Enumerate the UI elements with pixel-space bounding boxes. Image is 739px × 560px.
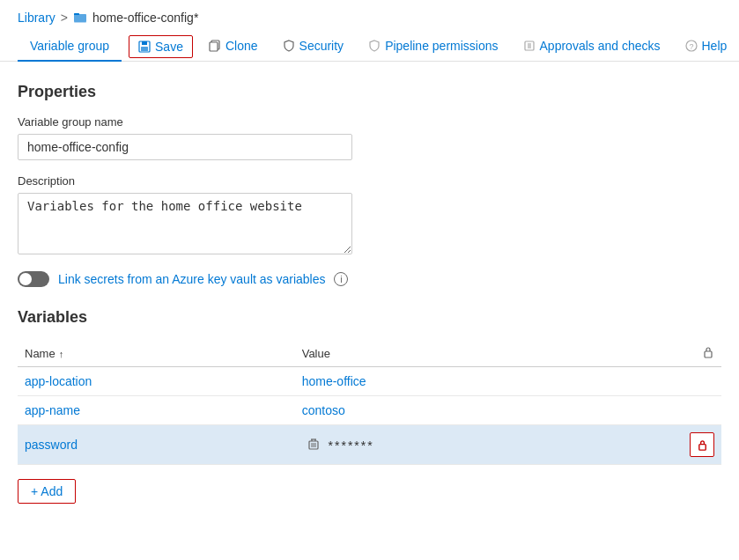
svg-rect-14	[705, 351, 712, 357]
trash-icon	[307, 438, 320, 450]
approvals-checks-label: Approvals and checks	[540, 39, 661, 53]
variable-group-name-input[interactable]	[18, 134, 352, 160]
toggle-label: Link secrets from an Azure key vault as …	[58, 272, 325, 286]
clone-label: Clone	[225, 39, 258, 53]
svg-rect-22	[698, 444, 705, 450]
tab-variable-group-label: Variable group	[30, 39, 109, 53]
description-input[interactable]: Variables for the home office website	[18, 193, 352, 254]
breadcrumb-current: home-office-config*	[92, 11, 198, 25]
save-icon	[138, 41, 151, 53]
description-label: Description	[18, 174, 721, 188]
var-name-cell: app-name	[18, 396, 295, 425]
variable-group-name-label: Variable group name	[18, 115, 721, 129]
tab-variable-group[interactable]: Variable group	[18, 32, 122, 62]
save-button[interactable]: Save	[129, 35, 193, 58]
svg-rect-7	[210, 42, 218, 51]
clone-icon	[209, 40, 221, 52]
var-lock-cell-password	[589, 425, 721, 465]
variables-section: Variables Name ↑ Value	[18, 308, 721, 504]
add-variable-button[interactable]: + Add	[18, 479, 76, 504]
breadcrumb-separator: >	[61, 11, 68, 25]
azure-keyvault-toggle[interactable]	[18, 271, 49, 287]
col-lock-header	[589, 341, 721, 367]
svg-text:?: ?	[689, 42, 693, 51]
tab-clone[interactable]: Clone	[196, 32, 270, 62]
variables-table: Name ↑ Value	[18, 341, 721, 465]
svg-rect-4	[142, 41, 147, 45]
lock-icon	[697, 439, 708, 451]
security-label: Security	[299, 39, 344, 53]
main-content: Properties Variable group name Descripti…	[0, 62, 739, 525]
var-name-cell-password: password	[18, 425, 295, 465]
add-button-label: + Add	[31, 484, 63, 498]
lock-header-icon	[702, 346, 714, 358]
toolbar: Variable group Save Clone Security Pipel…	[0, 25, 739, 62]
var-lock-cell	[589, 396, 721, 425]
variable-group-name-group: Variable group name	[18, 115, 721, 160]
pipeline-permissions-label: Pipeline permissions	[385, 39, 498, 53]
tab-security[interactable]: Security	[270, 32, 357, 62]
shield-icon	[283, 40, 295, 52]
var-name-cell: app-location	[18, 367, 295, 396]
toggle-row: Link secrets from an Azure key vault as …	[18, 271, 721, 287]
properties-section: Properties Variable group name Descripti…	[18, 83, 721, 287]
table-row-password: password	[18, 425, 721, 465]
var-value-cell: contoso	[295, 396, 589, 425]
col-name-header: Name ↑	[18, 341, 295, 367]
svg-rect-2	[74, 14, 86, 22]
folder-icon	[73, 11, 87, 25]
svg-rect-5	[141, 47, 148, 51]
col-value-header: Value	[295, 341, 589, 367]
save-label: Save	[155, 40, 183, 54]
info-icon[interactable]: i	[334, 272, 348, 286]
breadcrumb: Library > home-office-config*	[0, 0, 739, 25]
tab-pipeline-permissions[interactable]: Pipeline permissions	[356, 32, 510, 62]
var-value-cell-password: *******	[295, 425, 589, 465]
table-row: app-name contoso	[18, 396, 721, 425]
sort-icon[interactable]: ↑	[59, 349, 64, 359]
breadcrumb-library[interactable]: Library	[18, 11, 55, 25]
var-lock-cell	[589, 367, 721, 396]
help-label: Help	[702, 39, 728, 53]
help-icon: ?	[685, 40, 698, 52]
description-group: Description Variables for the home offic…	[18, 174, 721, 257]
lock-password-button[interactable]	[690, 432, 714, 457]
variables-title: Variables	[18, 308, 721, 327]
pipeline-icon	[368, 40, 381, 52]
tab-approvals-checks[interactable]: Approvals and checks	[511, 32, 673, 62]
delete-password-button[interactable]	[302, 436, 325, 454]
properties-title: Properties	[18, 83, 721, 101]
table-row: app-location home-office	[18, 367, 721, 396]
toggle-knob	[19, 273, 32, 285]
tab-help[interactable]: ? Help	[673, 32, 740, 62]
var-value-cell: home-office	[295, 367, 589, 396]
checklist-icon	[523, 40, 536, 52]
